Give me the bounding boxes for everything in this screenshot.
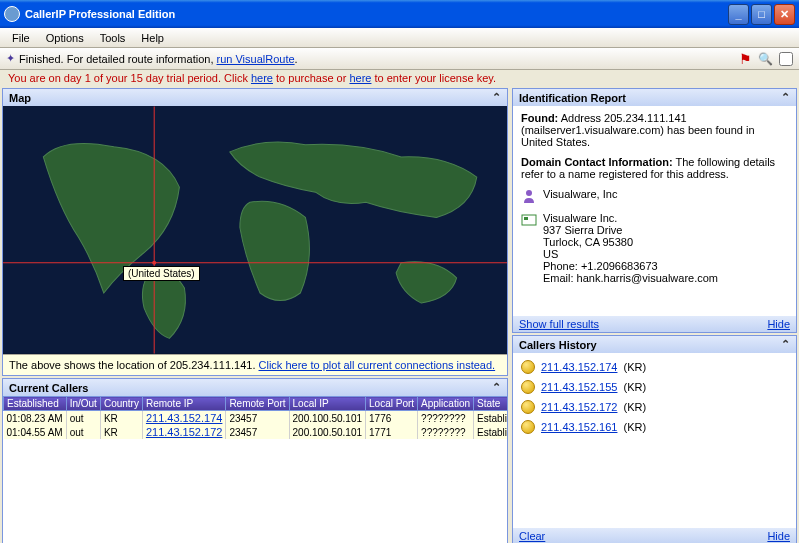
current-callers-panel: Current Callers ⌃ Established In/Out Cou…: [2, 378, 508, 543]
remote-ip-link[interactable]: 211.43.152.174: [146, 412, 222, 424]
window-titlebar: CallerIP Professional Edition _ □ ✕: [0, 0, 799, 28]
history-ip-link[interactable]: 211.43.152.161: [541, 421, 617, 433]
flag-icon[interactable]: ⚑: [739, 51, 752, 67]
collapse-icon[interactable]: ⌃: [781, 91, 790, 104]
col-local-ip[interactable]: Local IP: [289, 397, 366, 411]
menu-file[interactable]: File: [4, 32, 38, 44]
map-location-tooltip: (United States): [123, 266, 200, 281]
bullet-icon: [521, 380, 535, 394]
show-full-results-link[interactable]: Show full results: [519, 318, 599, 330]
menubar: File Options Tools Help: [0, 28, 799, 48]
col-established[interactable]: Established: [4, 397, 67, 411]
history-item[interactable]: 211.43.152.155 (KR): [517, 377, 792, 397]
col-country[interactable]: Country: [100, 397, 142, 411]
callers-history-panel: Callers History ⌃ 211.43.152.174 (KR)211…: [512, 335, 797, 543]
history-cc: (KR): [623, 361, 646, 373]
col-inout[interactable]: In/Out: [66, 397, 100, 411]
menu-options[interactable]: Options: [38, 32, 92, 44]
col-remote-ip[interactable]: Remote IP: [142, 397, 225, 411]
idreport-body: Found: Address 205.234.111.141 (mailserv…: [513, 106, 796, 316]
maximize-button[interactable]: □: [751, 4, 772, 25]
history-ip-link[interactable]: 211.43.152.155: [541, 381, 617, 393]
callers-title: Current Callers: [9, 382, 88, 394]
callers-grid[interactable]: Established In/Out Country Remote IP Rem…: [3, 396, 507, 543]
col-application[interactable]: Application: [418, 397, 474, 411]
history-list: 211.43.152.174 (KR)211.43.152.155 (KR)21…: [513, 353, 796, 528]
bullet-icon: [521, 360, 535, 374]
minimize-button[interactable]: _: [728, 4, 749, 25]
col-local-port[interactable]: Local Port: [366, 397, 418, 411]
menu-tools[interactable]: Tools: [92, 32, 134, 44]
history-item[interactable]: 211.43.152.174 (KR): [517, 357, 792, 377]
address-block: Visualware Inc. 937 Sierra Drive Turlock…: [543, 212, 718, 284]
history-cc: (KR): [623, 421, 646, 433]
col-remote-port[interactable]: Remote Port: [226, 397, 289, 411]
collapse-icon[interactable]: ⌃: [492, 381, 501, 394]
toolbar-checkbox[interactable]: [779, 52, 793, 66]
history-title: Callers History: [519, 339, 597, 351]
col-state[interactable]: State: [474, 397, 508, 411]
window-title: CallerIP Professional Edition: [25, 8, 728, 20]
clear-history-link[interactable]: Clear: [519, 530, 545, 542]
trial-notice: You are on day 1 of your 15 day trial pe…: [0, 70, 799, 86]
close-button[interactable]: ✕: [774, 4, 795, 25]
wand-icon: ✦: [6, 52, 15, 65]
table-row[interactable]: 01:04.55 AMoutKR211.43.152.17223457200.1…: [4, 425, 508, 439]
svg-point-4: [526, 190, 532, 196]
hide-history-link[interactable]: Hide: [767, 530, 790, 542]
run-visualroute-link[interactable]: run VisualRoute: [217, 53, 295, 65]
app-logo-icon: [4, 6, 20, 22]
world-map[interactable]: (United States): [3, 106, 507, 354]
map-svg: [3, 106, 507, 354]
status-message: Finished. For detailed route information…: [19, 53, 739, 65]
search-icon[interactable]: 🔍: [758, 52, 773, 66]
history-item[interactable]: 211.43.152.172 (KR): [517, 397, 792, 417]
found-label: Found:: [521, 112, 558, 124]
idreport-title: Identification Report: [519, 92, 626, 104]
history-cc: (KR): [623, 381, 646, 393]
bullet-icon: [521, 400, 535, 414]
purchase-link[interactable]: here: [251, 72, 273, 84]
dci-label: Domain Contact Information:: [521, 156, 673, 168]
history-cc: (KR): [623, 401, 646, 413]
license-link[interactable]: here: [349, 72, 371, 84]
history-item[interactable]: 211.43.152.161 (KR): [517, 417, 792, 437]
map-panel: Map ⌃ (United States): [2, 88, 508, 376]
hide-idreport-link[interactable]: Hide: [767, 318, 790, 330]
history-ip-link[interactable]: 211.43.152.174: [541, 361, 617, 373]
history-ip-link[interactable]: 211.43.152.172: [541, 401, 617, 413]
person-icon: [521, 188, 537, 204]
map-title: Map: [9, 92, 31, 104]
table-row[interactable]: 01:08.23 AMoutKR211.43.152.17423457200.1…: [4, 411, 508, 426]
status-toolbar: ✦ Finished. For detailed route informati…: [0, 48, 799, 70]
remote-ip-link[interactable]: 211.43.152.172: [146, 426, 222, 438]
svg-point-3: [152, 261, 156, 265]
collapse-icon[interactable]: ⌃: [781, 338, 790, 351]
menu-help[interactable]: Help: [133, 32, 172, 44]
identification-report-panel: Identification Report ⌃ Found: Address 2…: [512, 88, 797, 333]
map-footer: The above shows the location of 205.234.…: [3, 354, 507, 375]
plot-all-link[interactable]: Click here to plot all current connectio…: [259, 359, 496, 371]
bullet-icon: [521, 420, 535, 434]
address-card-icon: [521, 212, 537, 228]
svg-rect-6: [524, 217, 528, 220]
collapse-icon[interactable]: ⌃: [492, 91, 501, 104]
org-name: Visualware, Inc: [543, 188, 617, 204]
